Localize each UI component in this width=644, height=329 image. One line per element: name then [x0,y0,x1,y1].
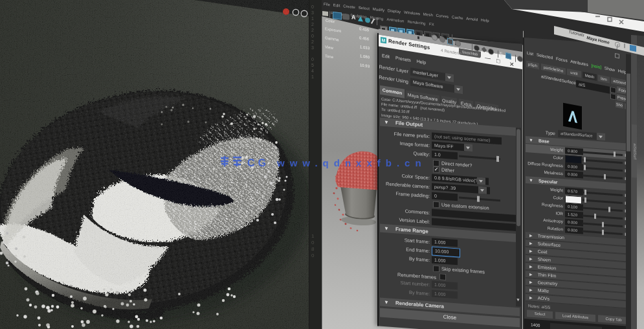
svg-text:www.qdnxxfb.cn: www.qdnxxfb.cn [276,157,427,168]
svg-text:CG: CG [247,157,269,168]
